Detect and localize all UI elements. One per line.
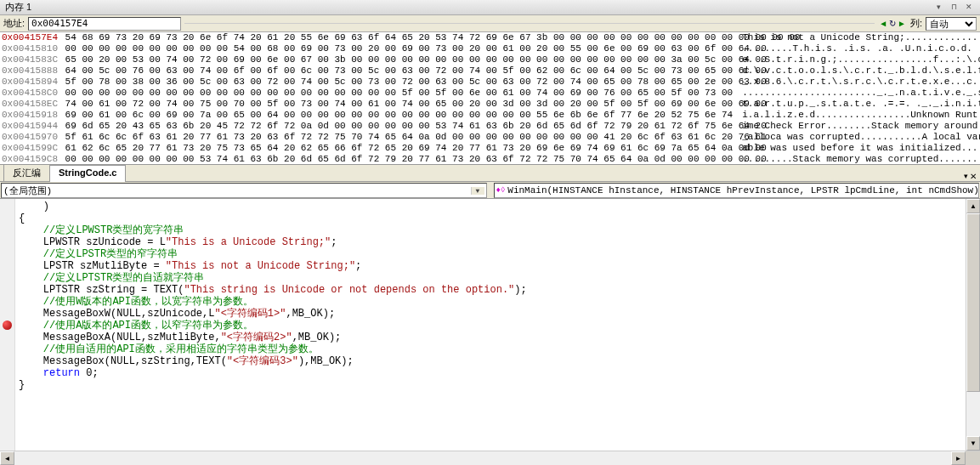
- hex-row[interactable]: 0x004158C0 00 00 00 00 00 00 00 00 00 00…: [2, 88, 978, 99]
- hex-ascii: This is not a Unicode String;...........…: [731, 32, 980, 43]
- scroll-thumb[interactable]: [966, 213, 980, 392]
- code-panel: ){ //定义LPWSTR类型的宽字符串 LPWSTR szUnicode = …: [0, 199, 980, 451]
- hex-bytes: 69 00 61 00 6c 00 69 00 7a 00 65 00 64 0…: [59, 110, 731, 121]
- hex-bytes: 5f 61 6c 6c 6f 63 61 20 77 61 73 20 63 6…: [59, 132, 731, 143]
- hex-address: 0x00415970: [2, 132, 59, 143]
- hex-address: 0x00415944: [2, 121, 59, 132]
- code-line: //使用W版本的API函数，以宽字符串为参数。: [19, 296, 962, 308]
- code-line: //使用自适用的API函数，采用相适应的字符串类型为参数。: [19, 343, 962, 355]
- scroll-down-icon[interactable]: ▼: [966, 436, 980, 451]
- window-controls: ▾ ⊓ ✕: [932, 3, 975, 13]
- hex-address: 0x00415810: [2, 43, 59, 54]
- function-bullet-icon: ♦⁠◊: [496, 186, 506, 195]
- hex-row[interactable]: 0x004157E4 54 68 69 73 20 69 73 20 6e 6f…: [2, 32, 978, 43]
- hex-address: 0x00415918: [2, 110, 59, 121]
- close-icon[interactable]: ✕: [963, 3, 975, 13]
- hex-bytes: 54 68 69 73 20 69 73 20 6e 6f 74 20 61 2…: [59, 32, 731, 43]
- code-line: }: [19, 379, 962, 391]
- hex-row[interactable]: 0x00415888 64 00 5c 00 76 00 63 00 74 00…: [2, 65, 978, 77]
- tab-[interactable]: 反汇编: [3, 164, 50, 181]
- hex-address: 0x0041599C: [2, 143, 59, 154]
- hex-row[interactable]: 0x00415894 5f 00 78 00 38 00 36 00 5c 00…: [2, 77, 978, 88]
- code-text[interactable]: ){ //定义LPWSTR类型的宽字符串 LPWSTR szUnicode = …: [15, 199, 966, 451]
- hex-ascii: ........................_._.n.a.t.i.v.e.…: [731, 88, 980, 99]
- hex-row[interactable]: 0x00415944 69 6d 65 20 43 65 63 6b 20 45…: [2, 121, 978, 132]
- hex-address: 0x004157E4: [2, 32, 59, 43]
- hex-row[interactable]: 0x0041599C 61 62 6c 65 20 77 61 73 20 75…: [2, 143, 978, 154]
- breakpoint-icon[interactable]: [3, 320, 12, 330]
- hex-address: 0x00415894: [2, 77, 59, 88]
- scroll-corner: [966, 451, 980, 465]
- scroll-left-icon[interactable]: ◄: [0, 451, 14, 465]
- pin-icon[interactable]: ⊓: [948, 3, 960, 13]
- scope-row: (全局范围) ▼ ♦⁠◊ WinMain(HINSTANCE hInstance…: [0, 182, 980, 199]
- dropdown-icon[interactable]: ▾: [932, 3, 944, 13]
- hex-dump-panel[interactable]: 0x004157E4 54 68 69 73 20 69 73 20 6e 6f…: [0, 32, 980, 165]
- hex-row[interactable]: 0x00415810 00 00 00 00 00 00 00 00 00 00…: [2, 43, 978, 54]
- hex-bytes: 69 6d 65 20 43 65 63 6b 20 45 72 72 6f 7…: [59, 121, 731, 132]
- code-line: //使用A版本的API函数，以窄字符串为参数。: [19, 320, 962, 332]
- address-spacer: [184, 23, 875, 24]
- scope-value: (全局范围): [3, 184, 52, 197]
- hex-address: 0x00415888: [2, 65, 59, 77]
- address-label: 地址:: [3, 17, 25, 30]
- tab-stringcodec[interactable]: StringCode.c: [49, 165, 126, 182]
- titlebar: 内存 1 ▾ ⊓ ✕: [0, 0, 980, 15]
- code-gutter[interactable]: [0, 199, 15, 451]
- hex-ascii: .........Stack memory was corrupted.....…: [731, 154, 980, 165]
- hex-ascii: t.a.r.t.u.p._.s.t.a.t.e. .=.=. ._._.i.n.…: [731, 99, 980, 110]
- scroll-up-icon[interactable]: ▲: [966, 199, 980, 213]
- code-line: LPWSTR szUnicode = L"This is a Unicode S…: [19, 236, 962, 248]
- code-line: //定义LPSTR类型的窄字符串: [19, 248, 962, 260]
- scroll-track[interactable]: [966, 213, 980, 436]
- horizontal-scrollbar[interactable]: ◄ ►: [0, 451, 980, 465]
- hex-address: 0x0041583C: [2, 54, 59, 65]
- tab-dropdown-icon[interactable]: ▾: [964, 172, 968, 181]
- hex-row[interactable]: 0x004159C8 00 00 00 00 00 00 00 00 53 74…: [2, 154, 978, 165]
- scroll-right-icon[interactable]: ►: [951, 451, 966, 465]
- hex-bytes: 64 00 5c 00 76 00 63 00 74 00 6f 00 6f 0…: [59, 65, 731, 77]
- function-select[interactable]: ♦⁠◊ WinMain(HINSTANCE hInstance, HINSTAN…: [494, 183, 980, 198]
- hex-row[interactable]: 0x004158EC 74 00 61 00 72 00 74 00 75 00…: [2, 99, 978, 110]
- column-select[interactable]: 自动: [926, 17, 977, 31]
- hex-row[interactable]: 0x00415970 5f 61 6c 6c 6f 63 61 20 77 61…: [2, 132, 978, 143]
- hex-bytes: 00 00 00 00 00 00 00 00 00 00 54 00 68 0…: [59, 43, 731, 54]
- hex-bytes: 00 00 00 00 00 00 00 00 53 74 61 63 6b 2…: [59, 154, 731, 165]
- hex-bytes: 00 00 00 00 00 00 00 00 00 00 00 00 00 0…: [59, 88, 731, 99]
- chevron-down-icon[interactable]: ▼: [471, 187, 484, 195]
- tab-controls: ▾ ✕: [964, 172, 980, 181]
- scope-select[interactable]: (全局范围) ▼: [1, 183, 487, 198]
- code-line: LPSTR szMutliByte = "This is not a Unico…: [19, 260, 962, 272]
- hex-ascii: _alloca was corrupted...........A local …: [731, 132, 980, 143]
- hex-ascii: able was used before it was initialized.…: [731, 143, 980, 154]
- code-line: //定义LPTSTR类型的自适就字符串: [19, 272, 962, 284]
- vertical-scrollbar[interactable]: ▲ ▼: [966, 199, 980, 451]
- hex-row[interactable]: 0x00415918 69 00 61 00 6c 00 69 00 7a 00…: [2, 110, 978, 121]
- scroll-track-h[interactable]: [14, 451, 951, 465]
- hex-ascii: ime Check Error........Stack memory arou…: [731, 121, 980, 132]
- code-line: //定义LPWSTR类型的宽字符串: [19, 224, 962, 236]
- nav-forward-icon[interactable]: ►: [897, 19, 907, 28]
- column-label: 列:: [910, 17, 922, 30]
- code-line: {: [19, 213, 962, 224]
- source-tabs: 反汇编StringCode.c ▾ ✕: [0, 165, 980, 182]
- code-line: return 0;: [19, 367, 962, 379]
- address-bar: 地址: ◄ ↻ ► 列: 自动: [0, 15, 980, 32]
- hex-row[interactable]: 0x0041583C 65 00 20 00 53 00 74 00 72 00…: [2, 54, 978, 65]
- refresh-icon[interactable]: ↻: [888, 19, 897, 28]
- hex-bytes: 65 00 20 00 53 00 74 00 72 00 69 00 6e 0…: [59, 54, 731, 65]
- hex-address: 0x004158EC: [2, 99, 59, 110]
- hex-ascii: d.\.v.c.t.o.o.l.s.\.c.r.t._.b.l.d.\.s.e.…: [731, 65, 980, 77]
- hex-bytes: 61 62 6c 65 20 77 61 73 20 75 73 65 64 2…: [59, 143, 731, 154]
- code-line: ): [19, 201, 962, 213]
- function-value: WinMain(HINSTANCE hInstance, HINSTANCE h…: [507, 185, 979, 196]
- nav-back-icon[interactable]: ◄: [878, 19, 888, 28]
- hex-address: 0x004158C0: [2, 88, 59, 99]
- code-line: LPTSTR szString = TEXT("This string is U…: [19, 284, 962, 296]
- code-line: MessageBoxW(NULL,szUnicode,L"<字符编码1>",MB…: [19, 308, 962, 320]
- hex-bytes: 74 00 61 00 72 00 74 00 75 00 70 00 5f 0…: [59, 99, 731, 110]
- hex-ascii: i.a.l.i.z.e.d.................Unknown Ru…: [731, 110, 978, 121]
- address-input[interactable]: [28, 17, 181, 31]
- hex-bytes: 5f 00 78 00 38 00 36 00 5c 00 63 00 72 0…: [59, 77, 731, 88]
- tab-close-icon[interactable]: ✕: [970, 172, 977, 181]
